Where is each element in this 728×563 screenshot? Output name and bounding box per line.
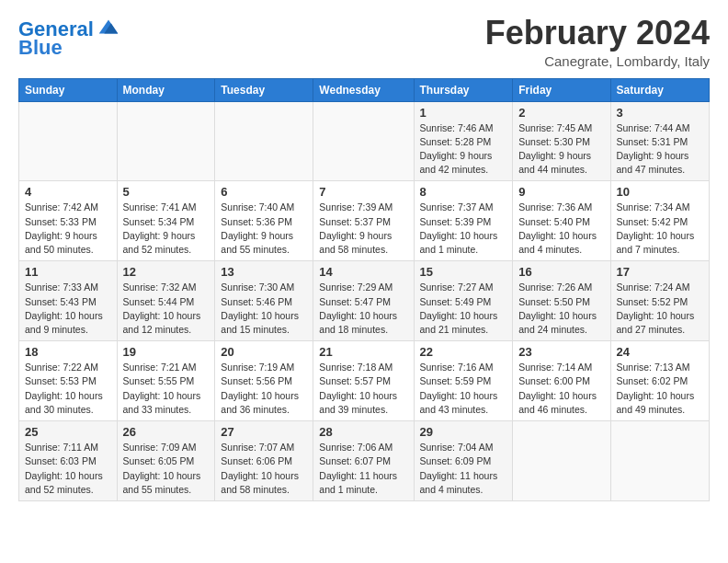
- calendar-cell: [117, 101, 215, 181]
- day-info: Sunrise: 7:09 AMSunset: 6:05 PMDaylight:…: [123, 441, 210, 497]
- day-info: Sunrise: 7:40 AMSunset: 5:36 PMDaylight:…: [221, 201, 307, 257]
- day-info: Sunrise: 7:36 AMSunset: 5:40 PMDaylight:…: [518, 201, 604, 257]
- header: General Blue February 2024 Canegrate, Lo…: [18, 15, 710, 69]
- day-info: Sunrise: 7:30 AMSunset: 5:46 PMDaylight:…: [221, 281, 307, 337]
- day-info: Sunrise: 7:29 AMSunset: 5:47 PMDaylight:…: [319, 281, 407, 337]
- header-tuesday: Tuesday: [215, 78, 313, 101]
- calendar-cell: [513, 421, 610, 501]
- header-wednesday: Wednesday: [313, 78, 414, 101]
- calendar-body: 1Sunrise: 7:46 AMSunset: 5:28 PMDaylight…: [19, 101, 710, 500]
- calendar-cell: [215, 101, 313, 181]
- calendar-cell: [19, 101, 118, 181]
- calendar-cell: 1Sunrise: 7:46 AMSunset: 5:28 PMDaylight…: [414, 101, 513, 181]
- day-number: 1: [420, 106, 507, 120]
- main-title: February 2024: [485, 15, 710, 52]
- calendar-cell: 5Sunrise: 7:41 AMSunset: 5:34 PMDaylight…: [117, 181, 215, 261]
- calendar-cell: 18Sunrise: 7:22 AMSunset: 5:53 PMDayligh…: [19, 341, 118, 421]
- day-info: Sunrise: 7:06 AMSunset: 6:07 PMDaylight:…: [319, 441, 407, 497]
- day-number: 5: [123, 185, 210, 199]
- day-info: Sunrise: 7:37 AMSunset: 5:39 PMDaylight:…: [420, 201, 507, 257]
- calendar-cell: 19Sunrise: 7:21 AMSunset: 5:55 PMDayligh…: [117, 341, 215, 421]
- day-number: 7: [319, 185, 407, 199]
- day-number: 27: [221, 425, 307, 439]
- day-number: 19: [123, 345, 210, 359]
- calendar-week-3: 18Sunrise: 7:22 AMSunset: 5:53 PMDayligh…: [19, 341, 710, 421]
- calendar-cell: 8Sunrise: 7:37 AMSunset: 5:39 PMDaylight…: [414, 181, 513, 261]
- calendar-cell: 15Sunrise: 7:27 AMSunset: 5:49 PMDayligh…: [414, 261, 513, 341]
- calendar-cell: 9Sunrise: 7:36 AMSunset: 5:40 PMDaylight…: [513, 181, 610, 261]
- calendar-cell: 20Sunrise: 7:19 AMSunset: 5:56 PMDayligh…: [215, 341, 313, 421]
- header-monday: Monday: [117, 78, 215, 101]
- logo-icon: [96, 15, 121, 40]
- day-info: Sunrise: 7:32 AMSunset: 5:44 PMDaylight:…: [123, 281, 210, 337]
- day-info: Sunrise: 7:44 AMSunset: 5:31 PMDaylight:…: [617, 121, 703, 178]
- calendar-cell: 16Sunrise: 7:26 AMSunset: 5:50 PMDayligh…: [513, 261, 610, 341]
- day-number: 24: [617, 345, 703, 359]
- day-number: 13: [221, 265, 307, 279]
- day-number: 6: [221, 185, 307, 199]
- calendar-cell: [313, 101, 414, 181]
- day-number: 21: [319, 345, 407, 359]
- calendar-cell: 7Sunrise: 7:39 AMSunset: 5:37 PMDaylight…: [313, 181, 414, 261]
- title-block: February 2024 Canegrate, Lombardy, Italy: [485, 15, 710, 69]
- header-friday: Friday: [513, 78, 610, 101]
- day-number: 17: [617, 265, 703, 279]
- day-info: Sunrise: 7:16 AMSunset: 5:59 PMDaylight:…: [420, 361, 507, 417]
- day-info: Sunrise: 7:45 AMSunset: 5:30 PMDaylight:…: [518, 121, 604, 178]
- calendar-cell: 3Sunrise: 7:44 AMSunset: 5:31 PMDaylight…: [610, 101, 709, 181]
- day-number: 16: [518, 265, 604, 279]
- calendar-week-0: 1Sunrise: 7:46 AMSunset: 5:28 PMDaylight…: [19, 101, 710, 181]
- calendar-cell: 25Sunrise: 7:11 AMSunset: 6:03 PMDayligh…: [19, 421, 118, 501]
- day-number: 11: [25, 265, 111, 279]
- calendar-header: Sunday Monday Tuesday Wednesday Thursday…: [19, 78, 710, 101]
- calendar-cell: 29Sunrise: 7:04 AMSunset: 6:09 PMDayligh…: [414, 421, 513, 501]
- day-info: Sunrise: 7:42 AMSunset: 5:33 PMDaylight:…: [25, 201, 111, 257]
- day-info: Sunrise: 7:24 AMSunset: 5:52 PMDaylight:…: [617, 281, 703, 337]
- day-number: 12: [123, 265, 210, 279]
- subtitle: Canegrate, Lombardy, Italy: [485, 53, 710, 69]
- calendar-cell: 22Sunrise: 7:16 AMSunset: 5:59 PMDayligh…: [414, 341, 513, 421]
- calendar-table: Sunday Monday Tuesday Wednesday Thursday…: [18, 78, 710, 501]
- day-info: Sunrise: 7:39 AMSunset: 5:37 PMDaylight:…: [319, 201, 407, 257]
- day-info: Sunrise: 7:22 AMSunset: 5:53 PMDaylight:…: [25, 361, 111, 417]
- calendar-cell: [610, 421, 709, 501]
- day-info: Sunrise: 7:41 AMSunset: 5:34 PMDaylight:…: [123, 201, 210, 257]
- calendar-week-1: 4Sunrise: 7:42 AMSunset: 5:33 PMDaylight…: [19, 181, 710, 261]
- day-number: 4: [25, 185, 111, 199]
- logo: General Blue: [18, 18, 121, 59]
- calendar-cell: 4Sunrise: 7:42 AMSunset: 5:33 PMDaylight…: [19, 181, 118, 261]
- day-number: 8: [420, 185, 507, 199]
- day-info: Sunrise: 7:13 AMSunset: 6:02 PMDaylight:…: [617, 361, 703, 417]
- day-info: Sunrise: 7:46 AMSunset: 5:28 PMDaylight:…: [420, 121, 507, 178]
- day-number: 22: [420, 345, 507, 359]
- calendar-cell: 11Sunrise: 7:33 AMSunset: 5:43 PMDayligh…: [19, 261, 118, 341]
- calendar-cell: 12Sunrise: 7:32 AMSunset: 5:44 PMDayligh…: [117, 261, 215, 341]
- day-info: Sunrise: 7:11 AMSunset: 6:03 PMDaylight:…: [25, 441, 111, 497]
- day-info: Sunrise: 7:18 AMSunset: 5:57 PMDaylight:…: [319, 361, 407, 417]
- day-number: 9: [518, 185, 604, 199]
- day-number: 10: [617, 185, 703, 199]
- calendar-week-2: 11Sunrise: 7:33 AMSunset: 5:43 PMDayligh…: [19, 261, 710, 341]
- day-info: Sunrise: 7:07 AMSunset: 6:06 PMDaylight:…: [221, 441, 307, 497]
- calendar-cell: 26Sunrise: 7:09 AMSunset: 6:05 PMDayligh…: [117, 421, 215, 501]
- day-info: Sunrise: 7:21 AMSunset: 5:55 PMDaylight:…: [123, 361, 210, 417]
- day-info: Sunrise: 7:14 AMSunset: 6:00 PMDaylight:…: [518, 361, 604, 417]
- header-saturday: Saturday: [610, 78, 709, 101]
- calendar-cell: 27Sunrise: 7:07 AMSunset: 6:06 PMDayligh…: [215, 421, 313, 501]
- day-info: Sunrise: 7:26 AMSunset: 5:50 PMDaylight:…: [518, 281, 604, 337]
- calendar-cell: 13Sunrise: 7:30 AMSunset: 5:46 PMDayligh…: [215, 261, 313, 341]
- day-number: 23: [518, 345, 604, 359]
- day-number: 20: [221, 345, 307, 359]
- day-info: Sunrise: 7:19 AMSunset: 5:56 PMDaylight:…: [221, 361, 307, 417]
- day-info: Sunrise: 7:34 AMSunset: 5:42 PMDaylight:…: [617, 201, 703, 257]
- day-number: 26: [123, 425, 210, 439]
- calendar-cell: 6Sunrise: 7:40 AMSunset: 5:36 PMDaylight…: [215, 181, 313, 261]
- calendar-cell: 10Sunrise: 7:34 AMSunset: 5:42 PMDayligh…: [610, 181, 709, 261]
- calendar-cell: 21Sunrise: 7:18 AMSunset: 5:57 PMDayligh…: [313, 341, 414, 421]
- calendar-cell: 17Sunrise: 7:24 AMSunset: 5:52 PMDayligh…: [610, 261, 709, 341]
- calendar-week-4: 25Sunrise: 7:11 AMSunset: 6:03 PMDayligh…: [19, 421, 710, 501]
- day-info: Sunrise: 7:27 AMSunset: 5:49 PMDaylight:…: [420, 281, 507, 337]
- calendar-cell: 28Sunrise: 7:06 AMSunset: 6:07 PMDayligh…: [313, 421, 414, 501]
- day-number: 3: [617, 106, 703, 120]
- day-info: Sunrise: 7:04 AMSunset: 6:09 PMDaylight:…: [420, 441, 507, 497]
